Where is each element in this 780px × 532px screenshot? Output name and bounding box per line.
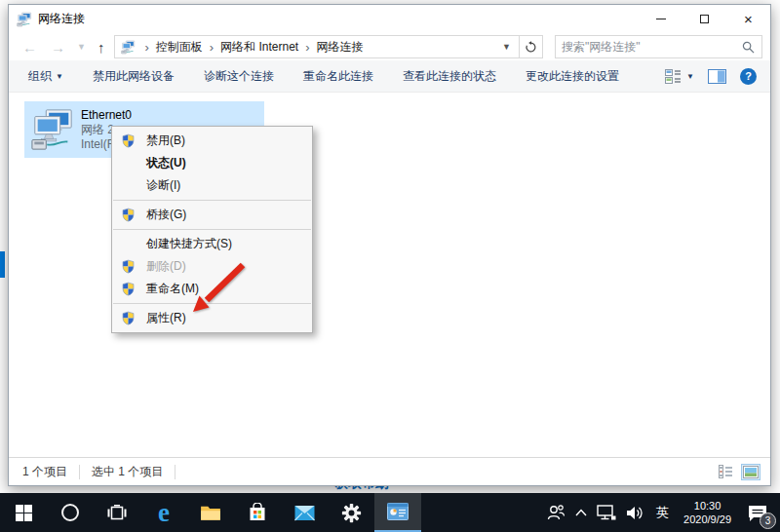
refresh-icon	[525, 41, 537, 54]
command-bar: 组织▼ 禁用此网络设备 诊断这个连接 重命名此连接 查看此连接的状态 更改此连接…	[9, 60, 770, 93]
address-bar[interactable]: › 控制面板 › 网络和 Internet › 网络连接 ▼	[114, 35, 543, 58]
mail-icon	[294, 505, 315, 521]
speaker-icon	[626, 505, 644, 521]
taskbar: e	[0, 493, 780, 532]
up-button[interactable]: ↑	[94, 40, 109, 55]
task-view-icon	[107, 505, 127, 521]
network-status-icon	[597, 505, 616, 521]
close-button[interactable]: ×	[726, 5, 770, 33]
breadcrumb-chevron-icon: ›	[203, 40, 220, 55]
menu-separator	[113, 200, 311, 201]
view-status-command[interactable]: 查看此连接的状态	[403, 68, 496, 85]
clock-date: 2020/9/29	[683, 513, 731, 526]
ethernet-adapter-icon	[30, 107, 75, 152]
start-button[interactable]	[0, 493, 47, 532]
taskbar-app-network-connections[interactable]	[374, 493, 421, 532]
menu-item-bridge[interactable]: 桥接(G)	[112, 204, 312, 226]
store-icon	[248, 503, 267, 522]
search-input[interactable]	[556, 40, 742, 54]
connection-name: Ethernet0	[81, 108, 132, 123]
maximize-icon	[700, 15, 709, 23]
network-tray-button[interactable]	[592, 493, 621, 532]
diagnose-connection-command[interactable]: 诊断这个连接	[204, 68, 274, 85]
people-button[interactable]	[541, 493, 570, 532]
details-view-icon	[719, 465, 733, 478]
uac-shield-icon	[121, 311, 136, 325]
details-view-button[interactable]	[717, 463, 735, 480]
breadcrumb-network-connections[interactable]: 网络连接	[316, 39, 363, 56]
cortana-button[interactable]	[47, 493, 94, 532]
uac-shield-icon	[121, 133, 136, 148]
rename-connection-command[interactable]: 重命名此连接	[303, 68, 373, 85]
edge-icon: e	[158, 500, 170, 526]
cortana-circle-icon	[60, 503, 80, 522]
close-icon: ×	[744, 12, 753, 26]
search-icon	[742, 41, 755, 54]
forward-button[interactable]: →	[47, 40, 69, 55]
help-button[interactable]: ?	[740, 68, 757, 85]
uac-shield-icon	[121, 282, 136, 296]
status-divider	[175, 465, 176, 479]
address-location-icon	[121, 40, 136, 55]
change-settings-command[interactable]: 更改此连接的设置	[526, 68, 619, 85]
microsoft-store-button[interactable]	[234, 493, 281, 532]
change-view-icon	[665, 69, 682, 84]
menu-item-status[interactable]: 状态(U)	[112, 152, 312, 174]
breadcrumb-chevron-icon: ›	[137, 40, 155, 55]
address-dropdown-icon[interactable]: ▼	[494, 42, 519, 52]
status-divider	[79, 465, 80, 479]
uac-shield-icon	[121, 208, 136, 222]
clock[interactable]: 10:30 2020/9/29	[676, 499, 739, 526]
menu-item-rename[interactable]: 重命名(M)	[112, 278, 312, 300]
organize-menu-button[interactable]: 组织▼	[28, 68, 63, 85]
back-button[interactable]: ←	[19, 40, 41, 55]
change-view-button[interactable]: ▼	[665, 69, 694, 84]
action-center-button[interactable]: 3	[739, 493, 780, 532]
window-title: 网络连接	[38, 11, 85, 27]
large-icons-view-button[interactable]	[741, 464, 760, 480]
refresh-button[interactable]	[519, 36, 542, 57]
settings-button[interactable]	[328, 493, 374, 532]
file-explorer-button[interactable]	[187, 493, 234, 532]
status-bar: 1 个项目 选中 1 个项目	[9, 457, 770, 485]
edge-button[interactable]: e	[140, 493, 187, 532]
search-box[interactable]	[555, 35, 762, 58]
uac-shield-icon	[121, 259, 136, 274]
disable-device-command[interactable]: 禁用此网络设备	[93, 68, 175, 85]
show-hidden-icons-button[interactable]	[570, 493, 592, 532]
navigation-bar: ← → ▼ ↑ › 控制面板 › 网络和 Internet › 网络连接 ▼	[9, 33, 770, 60]
clock-time: 10:30	[683, 499, 731, 513]
background-accent-bar	[0, 251, 5, 278]
people-icon	[546, 504, 566, 521]
volume-tray-button[interactable]	[621, 493, 649, 532]
task-view-button[interactable]	[94, 493, 140, 532]
notification-badge: 3	[760, 513, 776, 529]
menu-separator	[113, 303, 311, 304]
breadcrumb-chevron-icon: ›	[298, 40, 316, 55]
windows-logo-icon	[16, 505, 32, 521]
network-connections-icon	[17, 12, 32, 27]
menu-item-delete: 删除(D)	[112, 255, 312, 278]
chevron-up-icon	[575, 509, 587, 516]
context-menu: 禁用(B) 状态(U) 诊断(I) 桥接(G) 创建快捷方式(S) 删除(D) …	[111, 126, 313, 333]
minimize-button[interactable]	[639, 5, 682, 33]
selected-count-label: 选中 1 个项目	[92, 464, 175, 480]
mail-button[interactable]	[281, 493, 328, 532]
settings-gear-icon	[341, 503, 362, 523]
ime-indicator[interactable]: 英	[649, 493, 676, 532]
breadcrumb-network-internet[interactable]: 网络和 Internet	[220, 39, 298, 56]
menu-separator	[113, 229, 311, 230]
menu-item-properties[interactable]: 属性(R)	[112, 307, 312, 329]
preview-pane-button[interactable]	[708, 69, 726, 84]
minimize-icon	[656, 19, 666, 19]
breadcrumb-control-panel[interactable]: 控制面板	[156, 39, 203, 56]
recent-locations-dropdown[interactable]: ▼	[75, 42, 88, 52]
network-connections-app-icon	[387, 503, 409, 520]
maximize-button[interactable]	[682, 5, 726, 33]
menu-item-diagnose[interactable]: 诊断(I)	[112, 174, 312, 197]
title-bar[interactable]: 网络连接 ×	[9, 5, 770, 33]
item-count-label: 1 个项目	[22, 464, 79, 480]
menu-item-disable[interactable]: 禁用(B)	[112, 130, 312, 152]
menu-item-create-shortcut[interactable]: 创建快捷方式(S)	[112, 233, 312, 255]
chevron-down-icon: ▼	[686, 72, 694, 81]
